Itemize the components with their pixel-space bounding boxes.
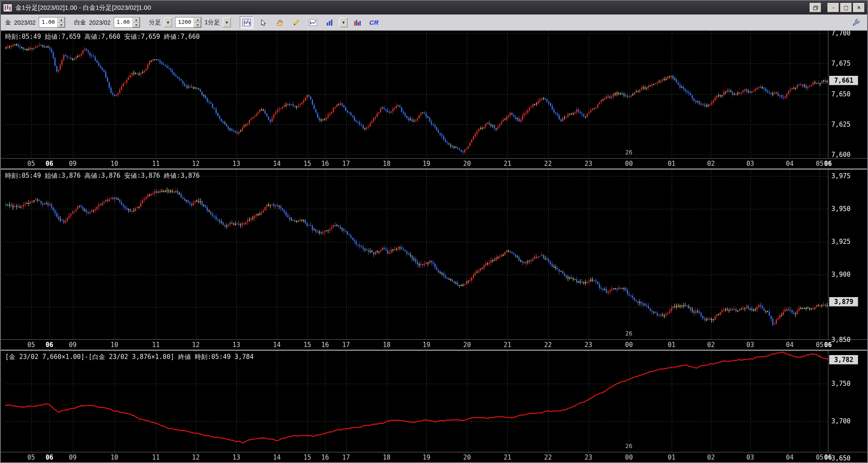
- time-axis-label: 23: [585, 341, 592, 349]
- time-axis-label: 05: [27, 454, 35, 461]
- gold-multiplier-down-button[interactable]: ▼: [58, 23, 65, 28]
- platinum-chart-canvas[interactable]: [1, 170, 867, 340]
- time-axis-label: 05: [27, 341, 35, 349]
- histogram-tool-button[interactable]: [351, 16, 364, 29]
- time-axis-label: 14: [273, 341, 281, 349]
- gold-contract-month[interactable]: 2023/02: [14, 19, 36, 26]
- time-axis-label: 20: [463, 160, 471, 168]
- price-axis-label: 3,900: [831, 271, 851, 278]
- price-axis-label: 7,625: [831, 121, 851, 128]
- restore-child-window-button[interactable]: [810, 3, 821, 12]
- spread-chart-canvas[interactable]: [1, 351, 867, 452]
- draw-tool-button[interactable]: [290, 16, 303, 29]
- app-window: 金1分足[2023/02]1.00 - 白金1分足[2023/02]1.00 －…: [0, 0, 868, 463]
- pan-tool-button[interactable]: [273, 16, 287, 29]
- close-button[interactable]: ✕: [853, 3, 865, 12]
- minimize-button[interactable]: －: [828, 3, 839, 12]
- price-axis-label: 7,675: [831, 60, 851, 67]
- settings-tool-button[interactable]: [849, 16, 863, 29]
- price-axis-label: 3,975: [831, 172, 851, 180]
- indicator-dropdown-button[interactable]: ▼: [339, 17, 348, 27]
- bar-count-spinner[interactable]: 1200 ▲ ▼: [175, 17, 201, 28]
- time-axis-label: 12: [192, 341, 200, 349]
- gold-multiplier-value[interactable]: 1.00: [39, 17, 57, 27]
- time-axis-label: 03: [747, 454, 754, 461]
- time-axis-label: 00: [625, 160, 633, 168]
- time-axis-label: 22: [544, 160, 552, 168]
- time-axis-label: 06: [46, 160, 53, 168]
- time-axis-label: 17: [342, 454, 350, 461]
- time-axis-label: 01: [668, 160, 675, 168]
- time-axis-label: 06: [46, 341, 53, 349]
- select-tool-button[interactable]: [256, 16, 270, 29]
- platinum-multiplier-up-button[interactable]: ▲: [133, 17, 140, 23]
- price-axis-label: 3,750: [831, 380, 851, 388]
- time-axis-label: 04: [786, 454, 793, 461]
- price-axis-label: 3,700: [831, 417, 851, 425]
- time-axis-label: 10: [111, 454, 118, 461]
- platinum-multiplier-spinner[interactable]: 1.00 ▲ ▼: [114, 17, 140, 28]
- gold-multiplier-up-button[interactable]: ▲: [58, 17, 65, 23]
- bar-count-down-button[interactable]: ▼: [194, 23, 201, 28]
- spread-chart-panel: [金 23/02 7,660×1.00]-[白金 23/02 3,876×1.0…: [1, 351, 867, 462]
- time-axis-label: 22: [544, 454, 552, 461]
- time-axis-label: 11: [152, 454, 160, 461]
- time-axis-label: 11: [152, 341, 160, 349]
- time-axis-label: 17: [342, 160, 350, 168]
- time-axis-label: 05: [816, 160, 823, 168]
- histogram-icon: [354, 19, 361, 26]
- gold-multiplier-spinner[interactable]: 1.00 ▲ ▼: [39, 17, 65, 28]
- price-axis-label: 3,850: [831, 336, 851, 344]
- platinum-multiplier-value[interactable]: 1.00: [114, 17, 132, 27]
- candlestick-chart-tool-button[interactable]: [240, 16, 253, 29]
- time-axis-label: 05: [816, 454, 823, 461]
- time-axis-label: 15: [304, 341, 311, 349]
- gold-symbol-label: 金: [5, 19, 11, 26]
- time-axis-label: 14: [273, 160, 281, 168]
- time-axis-label: 05: [816, 341, 823, 349]
- time-axis-label: 01: [668, 341, 675, 349]
- platinum-symbol-label: 白金: [74, 19, 86, 26]
- time-axis-label: 10: [111, 341, 118, 349]
- time-axis-label: 15: [304, 454, 311, 461]
- time-axis-label: 21: [503, 454, 511, 461]
- spread-time-axis: 0506091011121314151617181920212223000102…: [1, 452, 867, 462]
- platinum-time-axis: 0506091011121314151617181920212223000102…: [1, 340, 867, 350]
- price-axis-label: 3,950: [831, 205, 851, 213]
- time-axis-label: 16: [321, 454, 329, 461]
- timeframe-label: 1分足: [204, 19, 220, 26]
- time-axis-label: 01: [668, 454, 675, 461]
- maximize-button[interactable]: □: [840, 3, 852, 12]
- timeframe-dropdown-button[interactable]: ▼: [223, 17, 231, 27]
- trendline-chart-tool-button[interactable]: [306, 16, 320, 29]
- chart-area: 時刻:05:49 始値:7,659 高値:7,660 安値:7,659 終値:7…: [1, 31, 867, 462]
- bar-type-dropdown-button[interactable]: ▼: [164, 17, 172, 27]
- time-axis-label: 16: [321, 341, 329, 349]
- platinum-multiplier-down-button[interactable]: ▼: [133, 23, 140, 28]
- app-candlestick-icon: [3, 4, 12, 12]
- trendline-chart-icon: [309, 19, 317, 26]
- bar-count-up-button[interactable]: ▲: [194, 17, 201, 23]
- gold-multiplier-spin-buttons: ▲ ▼: [57, 17, 65, 27]
- bar-type-label: 分足: [149, 19, 161, 26]
- platinum-last-price-badge: 3,879: [829, 297, 858, 307]
- gold-time-axis: 0506091011121314151617181920212223000102…: [1, 159, 867, 168]
- gold-chart-canvas[interactable]: [1, 31, 867, 159]
- time-axis-label: 16: [321, 160, 329, 168]
- cr-tool-button[interactable]: CR: [367, 16, 381, 29]
- time-axis-label: 04: [786, 160, 793, 168]
- time-axis-label: 12: [192, 454, 200, 461]
- time-axis-label: 12: [192, 160, 200, 168]
- toolbar: 金 2023/02 1.00 ▲ ▼ 白金 2023/02 1.00 ▲ ▼ 分…: [1, 14, 867, 31]
- cursor-icon: [259, 19, 267, 26]
- time-axis-label: 21: [503, 341, 511, 349]
- time-axis-label: 10: [111, 160, 118, 168]
- window-controls: － □ ✕: [810, 3, 865, 12]
- bar-count-value[interactable]: 1200: [175, 17, 194, 27]
- platinum-contract-month[interactable]: 2023/02: [89, 19, 111, 26]
- time-axis-label: 02: [707, 341, 715, 349]
- candlestick-chart-icon: [242, 19, 251, 26]
- time-axis-label: 06: [824, 454, 832, 461]
- indicator-menu-button[interactable]: [323, 16, 336, 29]
- time-axis-label: 00: [625, 341, 633, 349]
